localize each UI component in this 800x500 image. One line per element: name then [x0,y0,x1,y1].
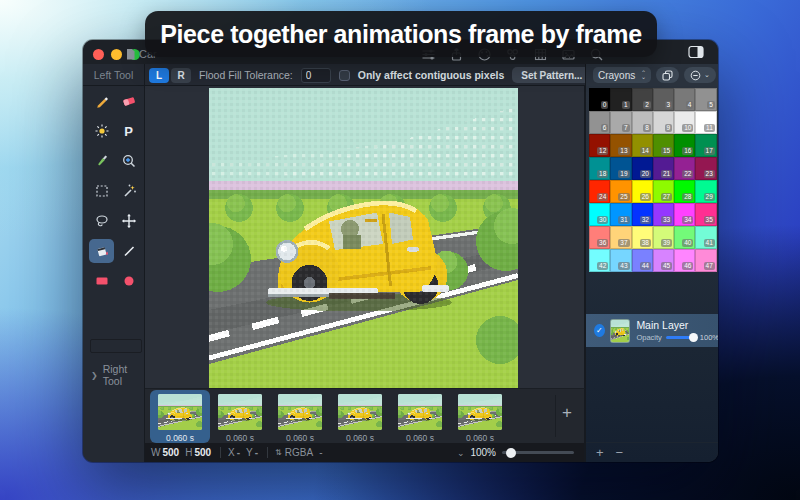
palette-swatch[interactable]: 10 [674,111,695,134]
duplicate-palette-button[interactable] [656,67,679,83]
chevron-down-icon: ⌄ [704,71,710,79]
palette-swatch[interactable]: 47 [695,249,716,272]
close-window-button[interactable] [93,49,104,60]
mode-stepper-icon[interactable]: ⇅ [275,448,282,457]
current-color-swatch[interactable] [90,339,142,353]
palette-swatch[interactable]: 33 [653,203,674,226]
left-mouse-button-toggle[interactable]: L [149,68,169,83]
tool-pattern[interactable]: P [116,119,141,143]
tool-move[interactable] [116,209,141,233]
minimize-window-button[interactable] [111,49,122,60]
palette-swatch[interactable]: 8 [632,111,653,134]
layer-row[interactable]: ✓ Main Layer Opacity 100% [586,314,718,347]
palette-swatch[interactable]: 46 [674,249,695,272]
palette-swatch[interactable]: 18 [589,157,610,180]
palette-swatch[interactable]: 11 [695,111,716,134]
palette-swatch[interactable]: 38 [632,226,653,249]
palette-swatch[interactable]: 13 [610,134,631,157]
animation-frame[interactable]: 0.060 s [450,390,510,443]
palette-swatch[interactable]: 14 [632,134,653,157]
canvas-area[interactable] [145,86,585,388]
add-layer-button[interactable]: + [596,445,604,460]
palette-swatch[interactable]: 22 [674,157,695,180]
palette-swatch[interactable]: 28 [674,180,695,203]
palette-swatch-number: 33 [661,216,672,224]
tool-ellipse[interactable] [116,269,141,293]
remove-layer-button[interactable]: − [616,445,624,460]
palette-swatch[interactable]: 40 [674,226,695,249]
palette-swatch[interactable]: 3 [653,88,674,111]
tool-lighten[interactable] [89,119,114,143]
layer-visibility-check[interactable]: ✓ [594,324,605,337]
palette-swatch[interactable]: 32 [632,203,653,226]
tool-rectangle[interactable] [89,269,114,293]
palette-swatch[interactable]: 37 [610,226,631,249]
palette-swatch[interactable]: 1 [610,88,631,111]
palette-swatch[interactable]: 43 [610,249,631,272]
palette-swatch[interactable]: 41 [695,226,716,249]
palette-swatch[interactable]: 31 [610,203,631,226]
tool-select-rect[interactable] [89,179,114,203]
palette-swatch[interactable]: 35 [695,203,716,226]
palette-swatch[interactable]: 44 [632,249,653,272]
toggle-sidebar-button[interactable] [684,42,708,62]
tool-eyedropper[interactable] [89,149,114,173]
zoom-slider[interactable] [502,451,574,454]
palette-swatch[interactable]: 5 [695,88,716,111]
palette-swatch[interactable]: 24 [589,180,610,203]
animation-frame[interactable]: 0.060 s [210,390,270,443]
animation-frame[interactable]: 0.060 s [150,390,210,443]
palette-swatch[interactable]: 25 [610,180,631,203]
palette-swatch[interactable]: 30 [589,203,610,226]
contiguous-checkbox[interactable] [339,70,350,81]
palette-swatch[interactable]: 7 [610,111,631,134]
tool-magic-wand[interactable] [116,179,141,203]
palette-swatch[interactable]: 34 [674,203,695,226]
palette-swatch[interactable]: 17 [695,134,716,157]
palette-swatch-number: 41 [704,239,715,247]
palette-swatch[interactable]: 42 [589,249,610,272]
zoom-chevron-icon[interactable]: ⌄ [457,448,465,458]
palette-swatch[interactable]: 12 [589,134,610,157]
tool-pencil[interactable] [89,89,114,113]
animation-frame[interactable]: 0.060 s [330,390,390,443]
palette-swatch[interactable]: 20 [632,157,653,180]
palette-swatch[interactable]: 45 [653,249,674,272]
tool-lasso[interactable] [89,209,114,233]
right-mouse-button-toggle[interactable]: R [171,68,191,83]
palette-swatch-number: 19 [618,170,629,178]
tool-line[interactable] [116,239,141,263]
palette-swatch[interactable]: 6 [589,111,610,134]
palette-swatch[interactable]: 26 [632,180,653,203]
palette-swatch[interactable]: 4 [674,88,695,111]
tolerance-input[interactable] [301,68,331,83]
zoom-slider-thumb[interactable] [506,448,516,458]
palette-swatch[interactable]: 15 [653,134,674,157]
animation-frame[interactable]: 0.060 s [390,390,450,443]
opacity-slider-thumb[interactable] [689,333,698,342]
frame-thumbnail [458,394,502,430]
palette-swatch[interactable]: 2 [632,88,653,111]
palette-swatch[interactable]: 16 [674,134,695,157]
remove-palette-button[interactable]: ⌄ [684,67,716,83]
right-tool-disclosure[interactable]: ❯ Right Tool [91,363,144,387]
palette-swatch[interactable]: 21 [653,157,674,180]
tool-eraser[interactable] [116,89,141,113]
set-pattern-button[interactable]: Set Pattern... [512,67,591,83]
palette-swatch[interactable]: 27 [653,180,674,203]
pixel-art-canvas[interactable] [209,88,518,388]
palette-swatch[interactable]: 23 [695,157,716,180]
animation-frame[interactable]: 0.060 s [270,390,330,443]
opacity-slider[interactable] [666,336,696,339]
palette-swatch[interactable]: 9 [653,111,674,134]
tool-zoom[interactable] [116,149,141,173]
palette-popup[interactable]: Crayons ⌃⌄ [593,67,651,83]
palette-swatch[interactable]: 39 [653,226,674,249]
add-frame-button[interactable]: + [562,403,572,423]
selection-icon [94,183,110,199]
palette-swatch[interactable]: 19 [610,157,631,180]
palette-swatch[interactable]: 36 [589,226,610,249]
tool-fill-bucket[interactable] [89,239,114,263]
palette-swatch[interactable]: 29 [695,180,716,203]
palette-swatch[interactable]: 0 [589,88,610,111]
